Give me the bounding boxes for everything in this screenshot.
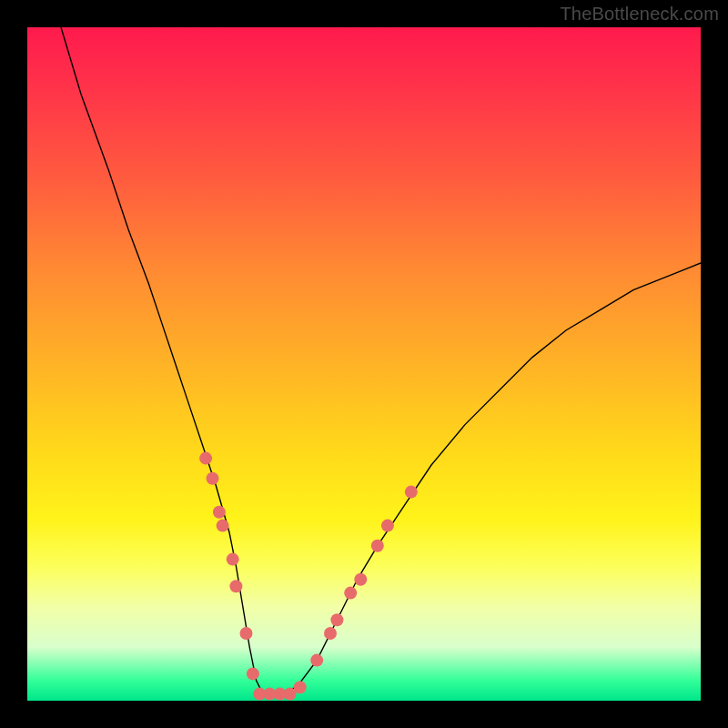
curve-marker xyxy=(294,681,307,693)
curve-marker xyxy=(344,587,357,600)
curve-marker xyxy=(324,627,337,640)
curve-marker xyxy=(229,580,242,592)
curve-marker xyxy=(247,667,259,680)
curve-marker xyxy=(330,613,343,626)
curve-marker xyxy=(381,520,394,532)
curve-markers xyxy=(199,452,418,701)
curve-marker xyxy=(217,520,229,532)
curve-marker xyxy=(371,540,384,552)
curve-marker xyxy=(213,506,226,519)
curve-marker xyxy=(199,452,212,465)
curve-marker xyxy=(240,627,253,640)
curve-marker xyxy=(310,654,323,667)
watermark-label: TheBottleneck.com xyxy=(560,4,719,25)
curve-marker xyxy=(405,486,418,499)
curve-marker xyxy=(354,573,367,586)
chart-overlay xyxy=(27,27,701,701)
chart-frame: TheBottleneck.com xyxy=(0,0,728,728)
curve-marker xyxy=(207,472,219,485)
bottleneck-curve xyxy=(61,27,701,694)
curve-marker xyxy=(227,553,239,566)
